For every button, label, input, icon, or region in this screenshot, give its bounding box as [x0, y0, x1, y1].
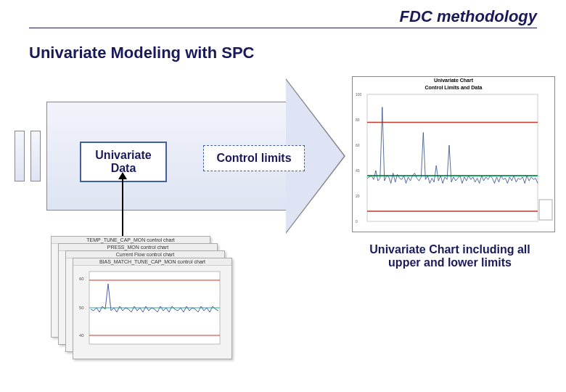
- svg-text:50: 50: [79, 306, 84, 310]
- control-limits-box: Control limits: [203, 145, 305, 171]
- big-chart-title-2: Control Limits and Data: [353, 84, 554, 91]
- svg-rect-17: [539, 200, 552, 220]
- svg-text:40: 40: [79, 333, 84, 338]
- mini-chart: BIAS_MATCH_TUNE_CAP_MON control chart 50…: [73, 258, 232, 359]
- svg-text:100: 100: [356, 92, 362, 97]
- chart-caption: Univariate Chart including all upper and…: [356, 243, 544, 269]
- page-header: FDC methodology: [29, 7, 537, 28]
- mini-chart-stack: TEMP_TUNE_CAP_MON control chart PRESS_MO…: [51, 236, 232, 363]
- mini-chart-title: BIAS_MATCH_TUNE_CAP_MON control chart: [73, 258, 231, 266]
- svg-text:80: 80: [356, 118, 360, 122]
- mini-chart-plot: 50 60 40: [73, 266, 231, 357]
- arrow-segment: [30, 131, 41, 181]
- svg-rect-7: [367, 94, 538, 221]
- big-chart-title-1: Univariate Chart: [353, 77, 554, 84]
- arrow-segment: [15, 131, 25, 181]
- connector-arrow-up: [122, 178, 123, 236]
- svg-text:0: 0: [356, 219, 358, 224]
- big-chart-plot: 020406080100: [353, 91, 554, 232]
- univariate-chart: Univariate Chart Control Limits and Data…: [352, 76, 555, 232]
- svg-text:60: 60: [356, 143, 360, 147]
- svg-text:20: 20: [356, 194, 360, 198]
- section-title: Univariate Modeling with SPC: [29, 44, 254, 62]
- svg-text:40: 40: [356, 168, 360, 173]
- svg-text:60: 60: [79, 277, 84, 281]
